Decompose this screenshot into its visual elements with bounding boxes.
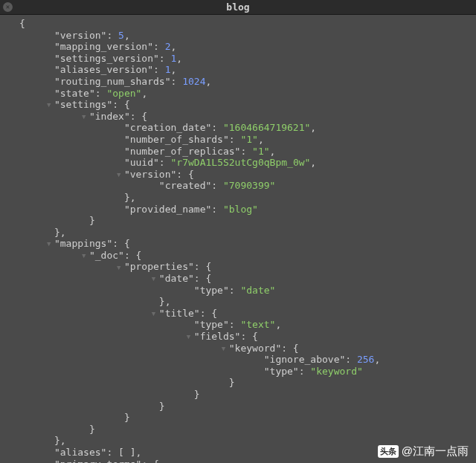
json-punct: : { xyxy=(194,273,211,284)
json-number: 5 xyxy=(118,30,124,41)
json-key: "mappings" xyxy=(54,238,112,249)
json-punct: { xyxy=(19,18,25,29)
json-line: ▼"_doc": { xyxy=(0,250,476,262)
json-punct: , xyxy=(205,76,211,87)
json-key: "state" xyxy=(54,88,95,99)
json-line: ▼"settings": { xyxy=(0,99,476,111)
json-string: "r7wDA1L5S2utCg0qBpm_0w" xyxy=(171,157,311,168)
collapse-toggle-icon[interactable]: ▼ xyxy=(222,345,229,353)
json-line: ▼"mappings": { xyxy=(0,238,476,250)
json-key: "provided_name" xyxy=(124,204,211,215)
json-line: ▼"title": { xyxy=(0,308,476,320)
window-title: blog xyxy=(0,1,476,13)
json-key: "title" xyxy=(159,308,200,319)
json-line: "routing_num_shards": 1024, xyxy=(0,76,476,88)
json-key: "number_of_shards" xyxy=(124,134,229,145)
json-line: "ignore_above": 256, xyxy=(0,354,476,366)
json-line: "creation_date": "1604664719621", xyxy=(0,122,476,134)
json-string: "1604664719621" xyxy=(223,122,310,133)
json-punct: , xyxy=(275,319,281,330)
json-string: "date" xyxy=(240,285,275,296)
json-line: "state": "open", xyxy=(0,88,476,100)
json-line: "uuid": "r7wDA1L5S2utCg0qBpm_0w", xyxy=(0,157,476,169)
json-string: "7090399" xyxy=(223,180,275,191)
watermark-logo: 头条 xyxy=(378,445,399,458)
json-key: "version" xyxy=(54,30,106,41)
json-punct: } xyxy=(89,424,95,435)
collapse-toggle-icon[interactable]: ▼ xyxy=(117,264,124,272)
collapse-toggle-icon[interactable]: ▼ xyxy=(82,113,89,121)
json-punct: }, xyxy=(54,435,66,446)
json-punct: : xyxy=(106,30,118,41)
json-punct: : xyxy=(211,204,223,215)
json-string: "blog" xyxy=(223,204,258,215)
json-key: "type" xyxy=(194,285,229,296)
json-line: "version": 5, xyxy=(0,30,476,42)
json-key: "index" xyxy=(89,111,130,122)
json-key: "aliases_version" xyxy=(54,64,153,75)
json-line: ▼"date": { xyxy=(0,273,476,285)
json-punct: , xyxy=(310,122,316,133)
json-key: "uuid" xyxy=(124,157,159,168)
collapse-toggle-icon[interactable]: ▼ xyxy=(47,461,54,463)
json-viewer: { "version": 5, "mapping_version": 2, "s… xyxy=(0,15,476,463)
json-key: "fields" xyxy=(194,331,241,342)
json-line: "settings_version": 1, xyxy=(0,53,476,65)
collapse-toggle-icon[interactable]: ▼ xyxy=(187,333,194,341)
close-icon[interactable]: ✕ xyxy=(3,2,13,12)
json-key: "version" xyxy=(124,169,176,180)
json-key: "created" xyxy=(159,180,211,191)
json-punct: , xyxy=(141,88,147,99)
json-key: "properties" xyxy=(124,261,194,272)
json-line: { xyxy=(0,18,476,30)
json-line: "provided_name": "blog" xyxy=(0,204,476,216)
json-line: } xyxy=(0,424,476,436)
json-punct: : xyxy=(345,354,357,365)
json-line: } xyxy=(0,412,476,424)
json-punct: : { xyxy=(112,99,129,110)
json-key: "date" xyxy=(159,273,194,284)
json-line: }, xyxy=(0,192,476,204)
json-line: } xyxy=(0,401,476,412)
json-punct: : { xyxy=(281,343,298,354)
json-string: "1" xyxy=(252,146,269,157)
watermark: 头条 @江南一点雨 xyxy=(378,444,469,459)
json-punct: : { xyxy=(176,169,193,180)
collapse-toggle-icon[interactable]: ▼ xyxy=(47,101,54,109)
collapse-toggle-icon[interactable]: ▼ xyxy=(152,275,159,283)
json-punct: : { xyxy=(124,250,141,261)
json-line: "type": "keyword" xyxy=(0,366,476,378)
json-key: "number_of_replicas" xyxy=(124,146,241,157)
json-punct: } xyxy=(194,389,200,400)
json-line: }, xyxy=(0,296,476,308)
collapse-toggle-icon[interactable]: ▼ xyxy=(117,171,124,179)
json-key: "primary_terms" xyxy=(54,459,141,463)
json-punct: : xyxy=(153,64,165,75)
json-line: "aliases_version": 1, xyxy=(0,64,476,76)
collapse-toggle-icon[interactable]: ▼ xyxy=(152,310,159,318)
json-line: } xyxy=(0,389,476,401)
json-key: "ignore_above" xyxy=(264,354,346,365)
json-key: "keyword" xyxy=(229,343,281,354)
json-punct: , xyxy=(374,354,380,365)
json-punct: , xyxy=(171,41,177,52)
json-line: ▼"version": { xyxy=(0,169,476,181)
json-line: "type": "date" xyxy=(0,285,476,297)
collapse-toggle-icon[interactable]: ▼ xyxy=(82,252,89,260)
json-punct: : xyxy=(159,53,171,64)
json-key: "_doc" xyxy=(89,250,124,261)
json-line: ▼"index": { xyxy=(0,111,476,123)
json-key: "type" xyxy=(264,366,299,377)
json-punct: } xyxy=(159,401,165,412)
json-key: "settings" xyxy=(54,99,112,110)
json-punct: } xyxy=(124,412,130,423)
collapse-toggle-icon[interactable]: ▼ xyxy=(47,240,54,248)
json-line: "number_of_shards": "1", xyxy=(0,134,476,146)
json-key: "creation_date" xyxy=(124,122,211,133)
json-key: "aliases" xyxy=(54,447,106,458)
json-key: "settings_version" xyxy=(54,53,159,64)
json-punct: : xyxy=(159,157,171,168)
json-line: ▼"properties": { xyxy=(0,261,476,273)
json-line: "number_of_replicas": "1", xyxy=(0,146,476,158)
json-punct: : xyxy=(211,122,223,133)
